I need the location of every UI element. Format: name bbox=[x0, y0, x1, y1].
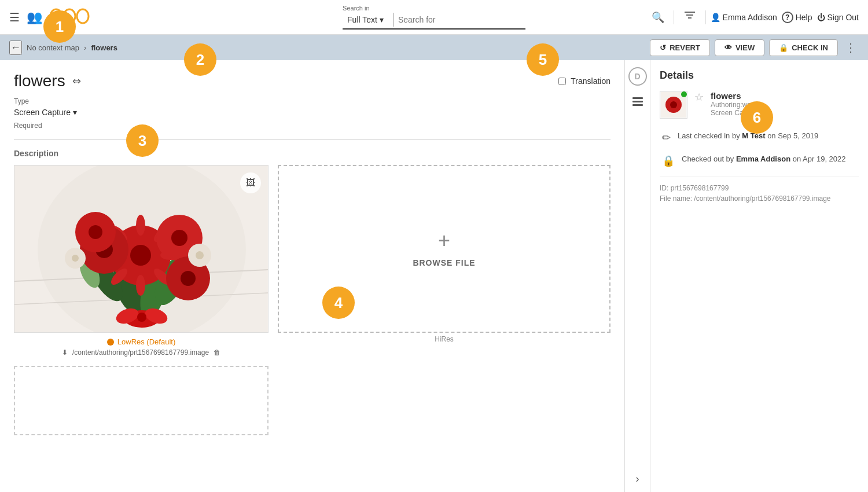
lowres-label: LowRes (Default) bbox=[14, 337, 269, 346]
num-circle-6: 6 bbox=[741, 101, 773, 134]
user-menu[interactable]: 👤 Emma Addison bbox=[711, 13, 777, 22]
svg-point-47 bbox=[670, 101, 677, 108]
breadcrumb-no-context[interactable]: No context map bbox=[27, 43, 79, 52]
signout-label: Sign Out bbox=[827, 13, 859, 22]
svg-rect-42 bbox=[632, 97, 643, 99]
checkin-label: CHECK IN bbox=[792, 43, 828, 52]
svg-rect-44 bbox=[632, 104, 643, 106]
more-button[interactable]: ⋮ bbox=[843, 41, 859, 54]
search-in-label: Search in bbox=[343, 5, 369, 12]
type-dropdown[interactable]: Screen Capture ▾ bbox=[14, 108, 610, 117]
svg-point-41 bbox=[137, 313, 146, 322]
breadcrumb-actions: ↺ REVERT 👁 VIEW 🔒 CHECK IN ⋮ bbox=[650, 39, 859, 56]
num-circle-1: 1 bbox=[43, 10, 76, 43]
empty-dashed-box bbox=[14, 366, 269, 435]
editor-title-row: flowers ⇔ Translation bbox=[14, 72, 610, 90]
svg-point-37 bbox=[72, 255, 79, 262]
back-button[interactable]: ← bbox=[9, 41, 22, 55]
search-container: Search in Full Text ▾ bbox=[343, 5, 525, 30]
section-divider bbox=[14, 139, 610, 139]
flower-image bbox=[14, 166, 269, 333]
revert-icon: ↺ bbox=[660, 43, 666, 52]
document-title: flowers bbox=[14, 72, 65, 90]
signout-button[interactable]: ⏻ Sign Out bbox=[817, 13, 859, 22]
image-preview-container: 🖼 LowRes (Default) ⬇ /content/authoring/… bbox=[14, 165, 269, 357]
nav-divider-1 bbox=[674, 10, 674, 24]
type-value: Screen Capture bbox=[14, 108, 71, 117]
search-dropdown-chevron: ▾ bbox=[380, 15, 384, 24]
signout-icon: ⏻ bbox=[817, 13, 825, 22]
menu-icon[interactable]: ☰ bbox=[9, 10, 20, 24]
svg-point-2 bbox=[77, 9, 89, 23]
breadcrumb-current: flowers bbox=[91, 43, 117, 52]
help-icon: ? bbox=[782, 12, 793, 23]
filename-label: File name: /content/authoring/prt1567698… bbox=[660, 194, 859, 203]
layers-svg bbox=[631, 96, 644, 108]
description-title: Description bbox=[14, 149, 610, 158]
num-circle-5: 5 bbox=[527, 43, 559, 76]
layers-icon[interactable] bbox=[628, 93, 647, 111]
resize-icon[interactable]: ⇔ bbox=[72, 75, 81, 87]
checked-out-text: Checked out by Emma Addison on Apr 19, 2… bbox=[682, 153, 846, 165]
editor-area: flowers ⇔ Translation Type Screen Captur… bbox=[0, 60, 625, 492]
view-label: VIEW bbox=[735, 43, 755, 52]
file-path-text: /content/authoring/prt1567698167799.imag… bbox=[72, 348, 209, 357]
hires-label: HiRes bbox=[278, 335, 610, 343]
people-icon[interactable]: 👥 bbox=[27, 10, 42, 25]
green-badge bbox=[681, 91, 687, 97]
file-path-row: ⬇ /content/authoring/prt1567698167799.im… bbox=[14, 348, 269, 357]
type-dropdown-icon: ▾ bbox=[73, 108, 77, 117]
nav-divider-2 bbox=[705, 10, 706, 24]
svg-point-35 bbox=[196, 251, 204, 259]
svg-point-31 bbox=[181, 271, 196, 286]
item-name: flowers bbox=[711, 91, 759, 101]
d-icon[interactable]: D bbox=[628, 67, 647, 86]
lowres-dot bbox=[107, 339, 114, 346]
filter-icon bbox=[683, 9, 696, 22]
sidebar-left-icons: D › bbox=[625, 60, 650, 492]
num-circle-3: 3 bbox=[126, 124, 159, 157]
search-button[interactable]: 🔍 bbox=[647, 11, 669, 24]
translation-checkbox[interactable]: Translation bbox=[558, 76, 610, 86]
lowres-text: LowRes (Default) bbox=[117, 337, 175, 346]
username-label: Emma Addison bbox=[723, 13, 777, 22]
main-content: flowers ⇔ Translation Type Screen Captur… bbox=[0, 60, 868, 492]
image-upload-row: 🖼 LowRes (Default) ⬇ /content/authoring/… bbox=[14, 165, 610, 357]
type-field-label: Type bbox=[14, 97, 610, 105]
svg-point-33 bbox=[89, 225, 102, 239]
search-divider bbox=[393, 13, 393, 27]
checked-out-lock-icon: 🔒 bbox=[662, 155, 675, 167]
last-checkin-text: Last checked in by M Test on Sep 5, 2019 bbox=[678, 130, 818, 142]
help-label: Help bbox=[796, 13, 812, 22]
revert-label: REVERT bbox=[670, 43, 700, 52]
view-icon: 👁 bbox=[724, 43, 732, 52]
svg-point-29 bbox=[171, 230, 187, 246]
view-button[interactable]: 👁 VIEW bbox=[715, 39, 764, 56]
checked-out-row: 🔒 Checked out by Emma Addison on Apr 19,… bbox=[660, 153, 859, 167]
sidebar-expand-icon[interactable]: › bbox=[636, 473, 639, 485]
search-fulltext-dropdown[interactable]: Full Text ▾ bbox=[343, 15, 388, 24]
num-circle-4: 4 bbox=[322, 287, 355, 319]
details-thumbnail bbox=[660, 91, 687, 119]
svg-point-18 bbox=[136, 215, 145, 236]
search-input[interactable] bbox=[398, 15, 525, 24]
breadcrumb-bar: ← No context map › flowers ↺ REVERT 👁 VI… bbox=[0, 35, 868, 60]
delete-icon[interactable]: 🗑 bbox=[214, 348, 220, 357]
num-circle-2: 2 bbox=[184, 43, 216, 76]
search-fulltext-label: Full Text bbox=[347, 15, 377, 24]
star-icon[interactable]: ☆ bbox=[694, 91, 704, 104]
required-label: Required bbox=[14, 122, 610, 130]
help-button[interactable]: ? Help bbox=[782, 12, 812, 23]
top-navigation: ☰ 👥 Search in Full Text ▾ 🔍 bbox=[0, 0, 868, 35]
checkin-button[interactable]: 🔒 CHECK IN bbox=[769, 39, 838, 56]
editor-title-left: flowers ⇔ bbox=[14, 72, 81, 90]
svg-point-19 bbox=[136, 275, 145, 296]
image-overlay-icon[interactable]: 🖼 bbox=[240, 172, 261, 193]
svg-rect-43 bbox=[632, 101, 643, 102]
download-icon[interactable]: ⬇ bbox=[62, 348, 68, 357]
image-icon: 🖼 bbox=[246, 178, 255, 188]
revert-button[interactable]: ↺ REVERT bbox=[650, 39, 710, 56]
lock-icon: 🔒 bbox=[779, 43, 788, 52]
filter-button[interactable] bbox=[679, 9, 701, 25]
translation-input[interactable] bbox=[558, 78, 566, 85]
